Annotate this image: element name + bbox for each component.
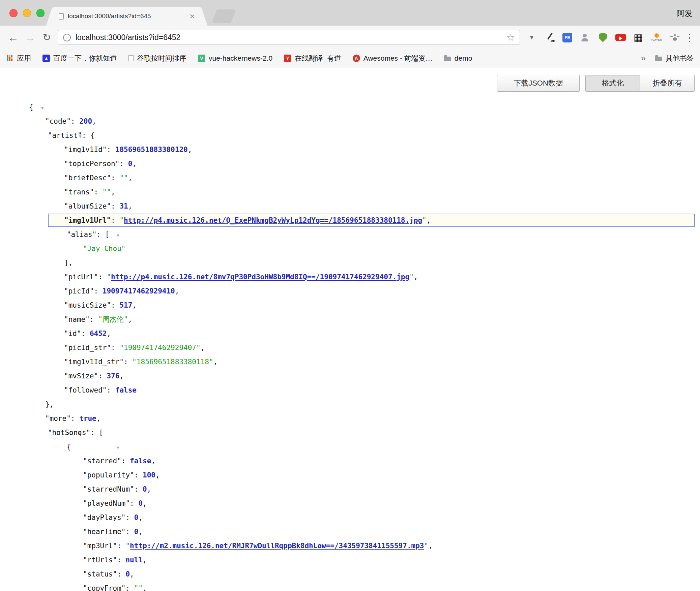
json-key: "artist"	[48, 131, 82, 139]
window-controls	[9, 9, 45, 17]
bookmark-item[interactable]: Vvue-hackernews-2.0	[198, 54, 272, 62]
bookmark-label: 应用	[17, 54, 31, 63]
json-line: ▼"artist": {	[0, 128, 700, 143]
url-text[interactable]: localhost:3000/artists?id=6452	[76, 33, 506, 42]
collapse-arrow-icon[interactable]: ▼	[117, 233, 119, 238]
json-punct: ],	[64, 259, 72, 267]
json-line: "followed": false	[0, 383, 700, 397]
json-punct: ,	[119, 372, 124, 380]
bookmark-item[interactable]: Y在线翻译_有道	[284, 54, 341, 63]
json-string: "19097417462929407"	[119, 344, 200, 352]
json-key: "briefDesc"	[64, 174, 111, 182]
json-punct: :	[94, 188, 103, 196]
bookmark-item[interactable]: 谷歌按时间排序	[128, 54, 186, 63]
json-punct: :	[121, 457, 130, 465]
download-json-button[interactable]: 下载JSON数据	[497, 75, 580, 92]
collapse-arrow-icon[interactable]: ▼	[41, 105, 44, 111]
paw-icon[interactable]	[669, 32, 680, 43]
json-key: "playedNum"	[83, 499, 130, 507]
json-punct: :	[117, 570, 125, 578]
json-line: "dayPlays": 0,	[0, 510, 700, 525]
shield-icon[interactable]	[597, 32, 609, 43]
other-bookmarks-folder[interactable]: 其他书签	[655, 54, 694, 63]
json-punct: :	[71, 117, 79, 125]
bookmark-item[interactable]: 百度一下，你就知道	[42, 54, 117, 63]
bookmark-label: Awesomes - 前端资…	[363, 54, 433, 63]
json-url-link[interactable]: http://m2.music.126.net/RMJR7wDullRqppBk…	[130, 542, 424, 550]
reload-button[interactable]	[38, 29, 55, 46]
json-line: ▼"alias": [	[0, 227, 700, 242]
bookmark-item[interactable]: demo	[444, 54, 472, 62]
folder-icon	[655, 57, 662, 61]
json-key: "img1v1Id_str"	[64, 358, 124, 366]
awesomes-icon: A	[353, 55, 360, 62]
json-punct: :	[111, 174, 119, 182]
back-button[interactable]	[5, 29, 22, 46]
qr-icon[interactable]	[633, 32, 644, 43]
json-punct: ,	[428, 542, 433, 550]
json-value: 200	[79, 117, 92, 125]
json-punct: ,	[96, 414, 101, 423]
browser-menu-icon[interactable]	[684, 32, 695, 43]
doc-icon	[128, 55, 134, 61]
json-punct: :	[119, 160, 128, 168]
json-string: ""	[134, 584, 143, 591]
json-key: "mvSize"	[64, 372, 98, 380]
json-punct: ,	[143, 556, 147, 564]
forward-button[interactable]	[22, 29, 38, 46]
json-punct: ,	[130, 570, 134, 578]
page-favicon-icon	[59, 13, 64, 20]
bookmarks-overflow-icon[interactable]: »	[641, 53, 646, 63]
json-punct: ,	[188, 146, 192, 154]
json-punct: ,	[128, 315, 132, 323]
json-string: ""	[119, 174, 128, 182]
player-icon[interactable]: PLAYER	[651, 32, 662, 43]
collapse-arrow-icon[interactable]: ▼	[117, 445, 119, 450]
json-punct: :	[98, 372, 107, 380]
json-punct: ,	[138, 528, 143, 536]
json-value: 0	[128, 160, 133, 168]
json-string: "http://m2.music.126.net/RMJR7wDullRqppB…	[125, 542, 428, 550]
bookmarks-bar: 应用百度一下，你就知道谷歌按时间排序Vvue-hackernews-2.0Y在线…	[0, 49, 700, 67]
zoom-window-button[interactable]	[36, 9, 45, 17]
bookmark-label: vue-hackernews-2.0	[209, 54, 272, 62]
vimium-icon[interactable]	[526, 32, 537, 43]
json-line: "musicSize": 517,	[0, 298, 700, 312]
bookmark-item[interactable]: AAwesomes - 前端资…	[353, 54, 433, 63]
json-punct: ,	[107, 330, 111, 338]
format-button[interactable]: 格式化	[586, 75, 640, 91]
json-url-link[interactable]: http://p4.music.126.net/Q_ExePNkmgB2yWyL…	[124, 216, 422, 224]
json-line: "Jay Chou"	[0, 242, 700, 256]
json-line: "mvSize": 376,	[0, 369, 700, 383]
json-punct: {	[29, 103, 33, 111]
translate-icon[interactable]	[544, 32, 556, 43]
bookmark-star-icon[interactable]	[506, 32, 515, 43]
bookmark-item[interactable]: 应用	[6, 54, 31, 63]
json-line: "copyFrom": "",	[0, 581, 700, 591]
json-url-link[interactable]: http://p4.music.126.net/8mv7qP30Pd3oHW8b…	[111, 273, 409, 281]
page-info-icon[interactable]	[63, 34, 71, 41]
json-punct: ,	[111, 188, 115, 196]
new-tab-button[interactable]	[212, 9, 236, 23]
json-punct: :	[124, 358, 132, 366]
json-view: ▼{"code": 200,▼"artist": {"img1v1Id": 18…	[0, 67, 700, 591]
youtube-icon[interactable]	[615, 34, 626, 41]
collapse-all-button[interactable]: 折叠所有	[640, 75, 694, 91]
browser-tab[interactable]: localhost:3000/artists?id=645 ×	[53, 7, 200, 26]
bookmark-label: 在线翻译_有道	[295, 54, 341, 63]
json-value: 517	[119, 301, 132, 309]
json-value: 100	[143, 471, 155, 479]
json-key: "albumSize"	[64, 202, 111, 210]
profile-icon[interactable]	[579, 32, 590, 43]
address-bar[interactable]: localhost:3000/artists?id=6452	[58, 30, 520, 45]
json-punct: ,	[132, 160, 137, 168]
youdao-icon: Y	[284, 55, 291, 62]
close-window-button[interactable]	[9, 9, 18, 17]
json-line: "trans": "",	[0, 185, 700, 199]
fe-icon[interactable]: FE	[562, 33, 572, 42]
json-key: "starredNum"	[83, 485, 134, 493]
json-punct: :	[81, 330, 90, 338]
tab-strip: localhost:3000/artists?id=645 × 阿发	[0, 0, 700, 26]
minimize-window-button[interactable]	[23, 9, 31, 17]
tab-close-icon[interactable]: ×	[190, 12, 195, 21]
